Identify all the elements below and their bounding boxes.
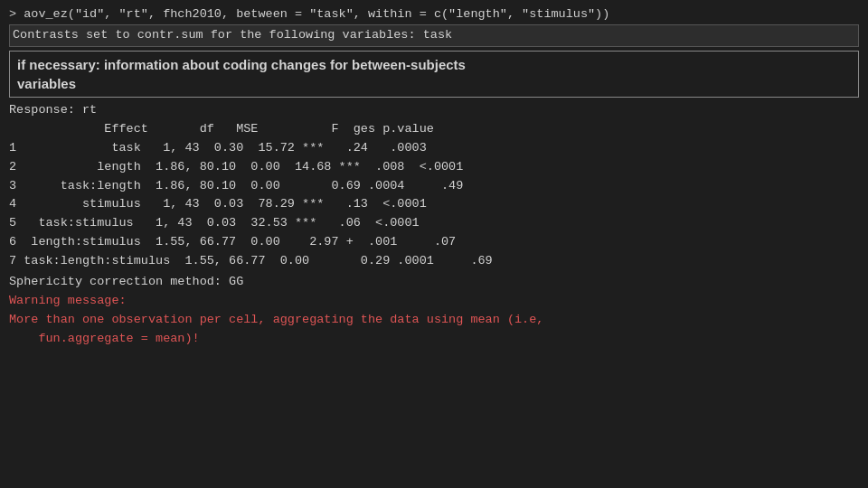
table-row: 2 length 1.86, 80.10 0.00 14.68 *** .008… xyxy=(9,158,859,177)
console-output: > aov_ez("id", "rt", fhch2010, between =… xyxy=(0,0,868,488)
sphericity-line: Sphericity correction method: GG xyxy=(9,273,859,292)
warning-line1: More than one observation per cell, aggr… xyxy=(9,311,859,330)
info-box: if necessary: information about coding c… xyxy=(9,51,859,98)
contrasts-line: Contrasts set to contr.sum for the follo… xyxy=(9,24,859,47)
response-line: Response: rt xyxy=(9,101,859,120)
warning-label: Warning message: xyxy=(9,292,859,311)
sphericity-block: Sphericity correction method: GG Warning… xyxy=(9,273,859,349)
info-box-text-line1: if necessary: information about coding c… xyxy=(17,55,851,74)
table-header: Effect df MSE F ges p.value xyxy=(9,120,859,139)
table-row: 6 length:stimulus 1.55, 66.77 0.00 2.97 … xyxy=(9,233,859,252)
info-box-text-line2: variables xyxy=(17,74,851,93)
table-row: 5 task:stimulus 1, 43 0.03 32.53 *** .06… xyxy=(9,214,859,233)
table-rows: 1 task 1, 43 0.30 15.72 *** .24 .0003 2 … xyxy=(9,139,859,271)
table-row: 4 stimulus 1, 43 0.03 78.29 *** .13 <.00… xyxy=(9,195,859,214)
command-line: > aov_ez("id", "rt", fhch2010, between =… xyxy=(9,5,859,24)
warning-line2: fun.aggregate = mean)! xyxy=(9,330,859,349)
table-row: 1 task 1, 43 0.30 15.72 *** .24 .0003 xyxy=(9,139,859,158)
table-row: 7 task:length:stimulus 1.55, 66.77 0.00 … xyxy=(9,252,859,271)
table-row: 3 task:length 1.86, 80.10 0.00 0.69 .000… xyxy=(9,177,859,196)
